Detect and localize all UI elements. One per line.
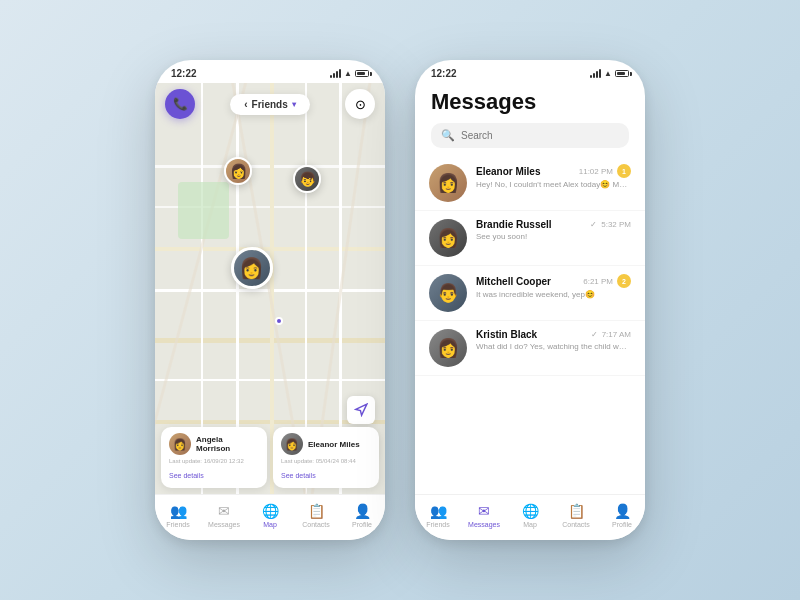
msg-time-row-3: 6:21 PM 2 [583, 274, 631, 288]
msg-time-1: 11:02 PM [579, 167, 613, 176]
friends-pill[interactable]: ‹ Friends ▾ [230, 94, 309, 115]
loc-card-1-time: Last update: 16/09/20 12:32 [169, 458, 259, 464]
msg-name-1: Eleanor Miles [476, 166, 540, 177]
message-item-2[interactable]: 👩 Brandie Russell ✓ 5:32 PM See you soon… [415, 211, 645, 266]
msg-name-2: Brandie Russell [476, 219, 552, 230]
message-body-4: Kristin Black ✓ 7:17 AM What did I do? Y… [476, 329, 631, 351]
status-icons-messages: ▲ [590, 69, 629, 78]
profile-nav-icon-2: 👤 [614, 503, 631, 519]
nav-map-label: Map [263, 521, 277, 528]
messages-nav-icon-2: ✉ [478, 503, 490, 519]
nav-map-label-2: Map [523, 521, 537, 528]
call-button[interactable]: 📞 [165, 89, 195, 119]
search-input[interactable] [461, 130, 619, 141]
messages-header: Messages 🔍 [415, 83, 645, 156]
message-item-3[interactable]: 👨 Mitchell Cooper 6:21 PM 2 It was incre… [415, 266, 645, 321]
wifi-icon: ▲ [344, 69, 352, 78]
location-card-1[interactable]: 👩 Angela Morrison Last update: 16/09/20 … [161, 427, 267, 488]
battery-icon [355, 70, 369, 77]
contacts-nav-icon-2: 📋 [568, 503, 585, 519]
message-body-3: Mitchell Cooper 6:21 PM 2 It was incredi… [476, 274, 631, 299]
location-cards: 👩 Angela Morrison Last update: 16/09/20 … [155, 421, 385, 494]
nav-contacts-2[interactable]: 📋 Contacts [553, 503, 599, 528]
svg-marker-0 [356, 404, 367, 415]
map-pin-3[interactable]: 👩 [231, 247, 273, 289]
nav-map-2[interactable]: 🌐 Map [507, 503, 553, 528]
msg-name-3: Mitchell Cooper [476, 276, 551, 287]
message-list: 👩 Eleanor Miles 11:02 PM 1 Hey! No, I co… [415, 156, 645, 494]
map-content: 📞 ‹ Friends ▾ ⊙ [155, 83, 385, 494]
msg-preview-2: See you soon! [476, 232, 631, 241]
signal-icon-2 [590, 69, 601, 78]
avatar-2: 👩 [429, 219, 467, 257]
loc-card-1-name: Angela Morrison [196, 435, 259, 453]
message-body-1: Eleanor Miles 11:02 PM 1 Hey! No, I coul… [476, 164, 631, 189]
nav-profile[interactable]: 👤 Profile [339, 503, 385, 528]
settings-button[interactable]: ⊙ [345, 89, 375, 119]
wifi-icon-2: ▲ [604, 69, 612, 78]
status-bar-messages: 12:22 ▲ [415, 60, 645, 83]
msg-time-row-4: ✓ 7:17 AM [591, 330, 631, 339]
msg-preview-1: Hey! No, I couldn't meet Alex today😊 May… [476, 180, 631, 189]
nav-friends-label: Friends [166, 521, 189, 528]
status-icons-map: ▲ [330, 69, 369, 78]
nav-contacts[interactable]: 📋 Contacts [293, 503, 339, 528]
msg-time-2: 5:32 PM [601, 220, 631, 229]
messages-content: Messages 🔍 👩 Eleanor Miles 11:02 PM 1 [415, 83, 645, 494]
msg-time-row-1: 11:02 PM 1 [579, 164, 631, 178]
search-icon: 🔍 [441, 129, 455, 142]
msg-badge-1: 1 [617, 164, 631, 178]
signal-icon [330, 69, 341, 78]
msg-preview-3: It was incredible weekend, yep😊 [476, 290, 631, 299]
friends-label: Friends [252, 99, 288, 110]
bottom-nav-messages: 👥 Friends ✉ Messages 🌐 Map 📋 Contacts 👤 … [415, 494, 645, 540]
map-pin-2[interactable]: 👦 [293, 165, 321, 193]
message-item-4[interactable]: 👩 Kristin Black ✓ 7:17 AM What did I do?… [415, 321, 645, 376]
nav-profile-label: Profile [352, 521, 372, 528]
time-map: 12:22 [171, 68, 197, 79]
nav-messages-label: Messages [208, 521, 240, 528]
nav-friends[interactable]: 👥 Friends [155, 503, 201, 528]
loc-card-2-time: Last update: 05/04/24 08:44 [281, 458, 371, 464]
location-fab[interactable] [347, 396, 375, 424]
message-item-1[interactable]: 👩 Eleanor Miles 11:02 PM 1 Hey! No, I co… [415, 156, 645, 211]
messages-nav-icon: ✉ [218, 503, 230, 519]
nav-friends-2[interactable]: 👥 Friends [415, 503, 461, 528]
map-header: 📞 ‹ Friends ▾ ⊙ [155, 83, 385, 125]
msg-time-4: 7:17 AM [602, 330, 631, 339]
map-nav-icon: 🌐 [262, 503, 279, 519]
time-messages: 12:22 [431, 68, 457, 79]
bottom-nav-map: 👥 Friends ✉ Messages 🌐 Map 📋 Contacts 👤 … [155, 494, 385, 540]
location-card-2[interactable]: 👩 Eleanor Miles Last update: 05/04/24 08… [273, 427, 379, 488]
loc-card-1-details[interactable]: See details [169, 472, 204, 479]
msg-time-3: 6:21 PM [583, 277, 613, 286]
loc-card-2-name: Eleanor Miles [308, 440, 360, 449]
msg-preview-4: What did I do? Yes, watching the child w… [476, 342, 631, 351]
msg-badge-3: 2 [617, 274, 631, 288]
battery-icon-2 [615, 70, 629, 77]
phone-messages: 12:22 ▲ Messages 🔍 [415, 60, 645, 540]
nav-messages[interactable]: ✉ Messages [201, 503, 247, 528]
msg-time-row-2: ✓ 5:32 PM [590, 220, 631, 229]
contacts-nav-icon: 📋 [308, 503, 325, 519]
avatar-4: 👩 [429, 329, 467, 367]
search-bar[interactable]: 🔍 [431, 123, 629, 148]
map-background: 👩 👦 👩 + 👩 Angela [155, 83, 385, 494]
check-icon-2: ✓ [590, 220, 597, 229]
chevron-down-icon: ▾ [292, 100, 296, 109]
current-location-dot [275, 317, 283, 325]
loc-card-2-details[interactable]: See details [281, 472, 316, 479]
friends-nav-icon: 👥 [170, 503, 187, 519]
check-icon-4: ✓ [591, 330, 598, 339]
msg-name-4: Kristin Black [476, 329, 537, 340]
nav-map[interactable]: 🌐 Map [247, 503, 293, 528]
page-title: Messages [431, 89, 629, 115]
status-bar-map: 12:22 ▲ [155, 60, 385, 83]
nav-contacts-label: Contacts [302, 521, 330, 528]
friends-nav-icon-2: 👥 [430, 503, 447, 519]
nav-messages-label-2: Messages [468, 521, 500, 528]
map-pin-1[interactable]: 👩 [224, 157, 252, 185]
chevron-left-icon: ‹ [244, 99, 247, 110]
nav-profile-2[interactable]: 👤 Profile [599, 503, 645, 528]
nav-messages-2[interactable]: ✉ Messages [461, 503, 507, 528]
